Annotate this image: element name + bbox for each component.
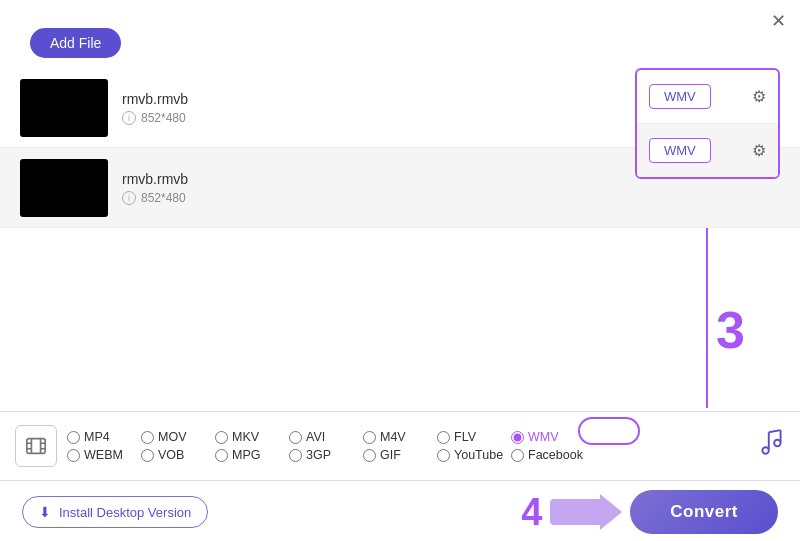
option-mpg[interactable]: MPG — [215, 448, 283, 462]
connector-line — [706, 228, 708, 408]
svg-rect-0 — [27, 439, 45, 454]
step-4-label: 4 — [521, 491, 542, 534]
format-row-2: WMV ⚙ — [637, 124, 778, 177]
step-3-label: 3 — [716, 300, 745, 360]
add-file-button[interactable]: Add File — [30, 28, 121, 58]
option-gif[interactable]: GIF — [363, 448, 431, 462]
format-options: MP4 MOV MKV AVI M4V FLV WMV — [67, 430, 751, 462]
arrow-head — [600, 494, 622, 530]
download-icon: ⬇ — [39, 504, 51, 520]
option-wmv[interactable]: WMV — [511, 430, 579, 444]
option-webm[interactable]: WEBM — [67, 448, 135, 462]
gear-icon-1[interactable]: ⚙ — [752, 87, 766, 106]
option-mp4[interactable]: MP4 — [67, 430, 135, 444]
music-icon[interactable] — [759, 428, 785, 464]
file-resolution-2: 852*480 — [141, 191, 186, 205]
option-avi[interactable]: AVI — [289, 430, 357, 444]
format-badge-1[interactable]: WMV — [649, 84, 711, 109]
option-flv[interactable]: FLV — [437, 430, 505, 444]
info-icon-2: i — [122, 191, 136, 205]
arrow-body — [550, 499, 600, 525]
option-vob[interactable]: VOB — [141, 448, 209, 462]
file-meta-2: i 852*480 — [122, 191, 780, 205]
option-mov[interactable]: MOV — [141, 430, 209, 444]
format-row-options-2: WEBM VOB MPG 3GP GIF YouTube Facebook — [67, 448, 751, 462]
svg-point-10 — [762, 447, 768, 453]
format-badge-2[interactable]: WMV — [649, 138, 711, 163]
install-label: Install Desktop Version — [59, 505, 191, 520]
option-facebook[interactable]: Facebook — [511, 448, 583, 462]
svg-line-7 — [769, 430, 781, 432]
option-m4v[interactable]: M4V — [363, 430, 431, 444]
footer: ⬇ Install Desktop Version 4 Convert — [0, 483, 800, 541]
gear-icon-2[interactable]: ⚙ — [752, 141, 766, 160]
option-youtube[interactable]: YouTube — [437, 448, 505, 462]
format-row-1: WMV ⚙ — [637, 70, 778, 124]
close-button[interactable]: ✕ — [771, 10, 786, 32]
convert-button[interactable]: Convert — [630, 490, 778, 534]
option-mkv[interactable]: MKV — [215, 430, 283, 444]
film-icon — [15, 425, 57, 467]
convert-area: 4 Convert — [521, 490, 778, 534]
option-3gp[interactable]: 3GP — [289, 448, 357, 462]
format-bar: MP4 MOV MKV AVI M4V FLV WMV — [0, 411, 800, 481]
file-thumbnail-2 — [20, 159, 108, 217]
info-icon-1: i — [122, 111, 136, 125]
svg-point-11 — [774, 440, 780, 446]
format-row-options-1: MP4 MOV MKV AVI M4V FLV WMV — [67, 430, 751, 444]
format-panel: WMV ⚙ WMV ⚙ — [635, 68, 780, 179]
install-button[interactable]: ⬇ Install Desktop Version — [22, 496, 208, 528]
file-thumbnail-1 — [20, 79, 108, 137]
file-resolution-1: 852*480 — [141, 111, 186, 125]
arrow-decoration — [550, 494, 622, 530]
